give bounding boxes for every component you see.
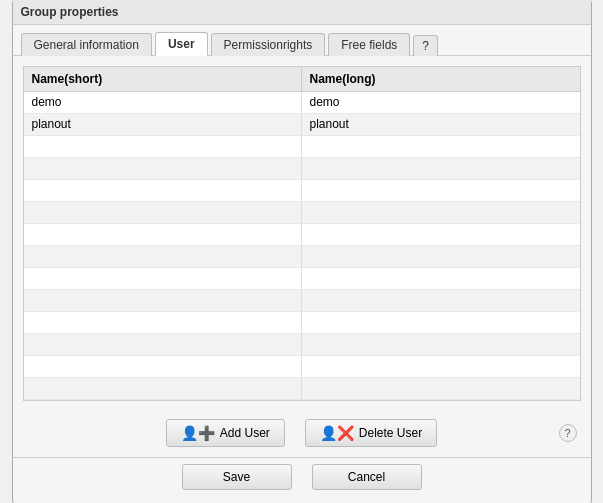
cell-short-8 <box>24 246 302 267</box>
delete-user-label: Delete User <box>359 426 422 440</box>
cell-short-10 <box>24 290 302 311</box>
cancel-label: Cancel <box>348 470 385 484</box>
cell-long-12 <box>302 334 580 355</box>
add-user-label: Add User <box>220 426 270 440</box>
table-row[interactable] <box>24 290 580 312</box>
cell-long-8 <box>302 246 580 267</box>
table-row[interactable] <box>24 202 580 224</box>
cell-short-9 <box>24 268 302 289</box>
cell-short-13 <box>24 356 302 377</box>
action-buttons-row: 👤➕ Add User 👤❌ Delete User ? <box>13 411 591 451</box>
tab-permissionrights[interactable]: Permissionrights <box>211 33 326 56</box>
cell-short-3 <box>24 136 302 157</box>
bottom-buttons-row: Save Cancel <box>13 457 591 494</box>
cell-short-2: planout <box>24 114 302 135</box>
table-row[interactable] <box>24 312 580 334</box>
table-row[interactable] <box>24 136 580 158</box>
cell-short-12 <box>24 334 302 355</box>
table-row[interactable]: demo demo <box>24 92 580 114</box>
group-properties-dialog: Group properties General information Use… <box>12 0 592 503</box>
tab-bar: General information User Permissionright… <box>13 25 591 56</box>
tab-help[interactable]: ? <box>413 35 438 56</box>
cell-long-10 <box>302 290 580 311</box>
cell-long-1: demo <box>302 92 580 113</box>
cell-short-5 <box>24 180 302 201</box>
cell-long-11 <box>302 312 580 333</box>
table-body: demo demo planout planout <box>24 92 580 400</box>
save-button[interactable]: Save <box>182 464 292 490</box>
cancel-button[interactable]: Cancel <box>312 464 422 490</box>
cell-long-14 <box>302 378 580 399</box>
table-header: Name(short) Name(long) <box>24 67 580 92</box>
cell-short-1: demo <box>24 92 302 113</box>
add-user-icon: 👤➕ <box>181 425 215 441</box>
table-row[interactable] <box>24 268 580 290</box>
tab-content: Name(short) Name(long) demo demo planout… <box>13 56 591 411</box>
col-header-long: Name(long) <box>302 67 580 91</box>
tab-free-fields[interactable]: Free fields <box>328 33 410 56</box>
table-row[interactable] <box>24 334 580 356</box>
tab-general-information[interactable]: General information <box>21 33 152 56</box>
table-row[interactable] <box>24 180 580 202</box>
cell-short-4 <box>24 158 302 179</box>
cell-short-11 <box>24 312 302 333</box>
cell-short-14 <box>24 378 302 399</box>
cell-long-5 <box>302 180 580 201</box>
cell-long-9 <box>302 268 580 289</box>
cell-long-4 <box>302 158 580 179</box>
col-header-short: Name(short) <box>24 67 302 91</box>
table-row[interactable] <box>24 356 580 378</box>
delete-user-icon: 👤❌ <box>320 425 354 441</box>
table-row[interactable] <box>24 158 580 180</box>
cell-long-13 <box>302 356 580 377</box>
table-row[interactable]: planout planout <box>24 114 580 136</box>
cell-long-7 <box>302 224 580 245</box>
cell-short-7 <box>24 224 302 245</box>
save-label: Save <box>223 470 250 484</box>
table-row[interactable] <box>24 246 580 268</box>
tab-user[interactable]: User <box>155 32 208 56</box>
cell-short-6 <box>24 202 302 223</box>
table-row[interactable] <box>24 378 580 400</box>
cell-long-3 <box>302 136 580 157</box>
dialog-title: Group properties <box>13 0 591 25</box>
cell-long-2: planout <box>302 114 580 135</box>
cell-long-6 <box>302 202 580 223</box>
table-row[interactable] <box>24 224 580 246</box>
users-table: Name(short) Name(long) demo demo planout… <box>23 66 581 401</box>
add-user-button[interactable]: 👤➕ Add User <box>166 419 285 447</box>
delete-user-button[interactable]: 👤❌ Delete User <box>305 419 437 447</box>
help-icon[interactable]: ? <box>559 424 577 442</box>
